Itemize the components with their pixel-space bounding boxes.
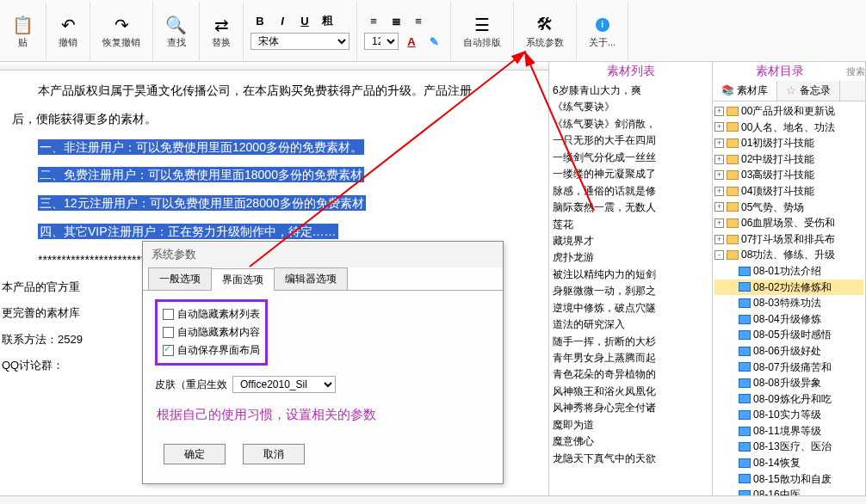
snippet-item[interactable]: 藏境界才 [553, 233, 708, 249]
snippet-item[interactable]: 随手一挥，折断的大杉 [553, 334, 708, 350]
underline-button[interactable]: U [295, 12, 314, 29]
tab-editor[interactable]: 编辑器选项 [274, 267, 348, 290]
undo-icon: ↶ [61, 14, 76, 36]
tab-memo[interactable]: ☆ 备忘录 [777, 81, 839, 101]
tree-item[interactable]: +00人名、地名、功法 [714, 120, 863, 136]
tree-item[interactable]: 08-04升级修炼 [714, 311, 863, 328]
snippet-item[interactable]: 6岁膝青山大力，爽 [553, 83, 708, 99]
about-button[interactable]: i 关于... [582, 12, 622, 51]
ok-button[interactable]: 确定 [164, 444, 226, 464]
undo-button[interactable]: ↶ 撤销 [52, 12, 84, 51]
tree-item[interactable]: 08-08升级异象 [714, 375, 863, 391]
find-button[interactable]: 🔍 查找 [158, 12, 194, 51]
replace-button[interactable]: ⇄ 替换 [205, 12, 238, 51]
expand-icon[interactable]: + [714, 170, 724, 180]
tree-item[interactable]: +04顶级打斗技能 [714, 183, 863, 200]
tree-item[interactable]: 08-01功法介绍 [714, 263, 863, 280]
snippet-item[interactable]: 青色花朵的奇异植物的 [553, 366, 708, 383]
tab-library[interactable]: 📚 素材库 [713, 81, 777, 101]
align-left-icon[interactable]: ≡ [364, 12, 383, 29]
chk-hide-content[interactable] [163, 327, 174, 338]
size-select[interactable]: 12 [364, 33, 399, 50]
tree-item[interactable]: 08-13医疗、医治 [714, 439, 863, 455]
tree-search[interactable]: 搜索 [846, 65, 865, 78]
expand-icon[interactable]: + [714, 187, 724, 196]
expand-icon[interactable]: + [714, 218, 724, 228]
folder-icon [727, 155, 739, 164]
tree-label: 08-09炼化丹和吃 [753, 391, 832, 408]
highlight-button[interactable]: ✎ [424, 33, 443, 50]
snippet-item[interactable]: 逆境中修炼，破点穴隧 [553, 300, 708, 317]
snippet-item[interactable]: 风神狼王和浴火凤凰化 [553, 384, 708, 400]
expand-icon[interactable]: + [714, 155, 724, 164]
tab-ui[interactable]: 界面选项 [211, 268, 275, 291]
tree-item[interactable]: 08-14恢复 [714, 455, 863, 471]
tree-item[interactable]: 08-15散功和自废 [714, 471, 863, 488]
chk-hide-list[interactable] [163, 309, 174, 320]
expand-icon[interactable]: + [714, 202, 724, 212]
snippet-item[interactable]: 风神秀将身心完全付诸 [553, 400, 708, 416]
tree-item[interactable]: 08-10实力等级 [714, 407, 863, 423]
tree-item[interactable]: +07打斗场景和排兵布 [714, 231, 863, 248]
tree-item[interactable]: +05气势、势场 [714, 200, 863, 216]
folder-icon [727, 170, 739, 180]
snippet-item[interactable]: 莲花 [553, 217, 708, 233]
snippet-item[interactable]: 《练气要诀》剑消散， [553, 116, 708, 132]
snippet-item[interactable]: 虎扑龙游 [553, 249, 708, 266]
expand-icon[interactable]: + [714, 122, 724, 132]
font-select[interactable]: 宋体 [251, 33, 349, 50]
snippet-item[interactable]: 脑际轰然一震，无数人 [553, 200, 708, 216]
tree-item[interactable]: 08-09炼化丹和吃 [714, 391, 863, 408]
expand-icon[interactable]: + [714, 138, 724, 148]
tree-item[interactable]: 08-07升级痛苦和 [714, 360, 863, 376]
sys-params-button[interactable]: 🛠 系统参数 [519, 12, 571, 51]
tree-item[interactable]: +03高级打斗技能 [714, 167, 863, 183]
snippet-item[interactable]: 魔意佛心 [553, 433, 708, 450]
tree[interactable]: +00产品升级和更新说+00人名、地名、功法+01初级打斗技能+02中级打斗技能… [713, 101, 865, 495]
paragraph: 联系方法：2529 [2, 333, 83, 346]
tree-item[interactable]: 08-11境界等级 [714, 423, 863, 439]
font-color-button[interactable]: A [402, 33, 421, 50]
snippet-item[interactable]: 一只无形的大手在四周 [553, 132, 708, 149]
strike-button[interactable]: 粗 [318, 12, 337, 29]
snippet-item[interactable]: 一缕缕的神元凝聚成了 [553, 166, 708, 182]
tree-item[interactable]: 08-05升级时感悟 [714, 327, 863, 343]
snippet-list[interactable]: 6岁膝青山大力，爽《练气要诀》《练气要诀》剑消散，一只无形的大手在四周一缕剑气分… [549, 81, 712, 495]
snippet-item[interactable]: 身躯微微一动，刹那之 [553, 283, 708, 299]
tree-item[interactable]: 08-02功法修炼和 [714, 280, 863, 296]
chk-save-layout[interactable] [163, 345, 174, 356]
italic-button[interactable]: I [273, 12, 292, 29]
tree-item[interactable]: -08功法、修练、升级 [714, 247, 863, 263]
expand-icon[interactable]: + [714, 107, 724, 116]
snippet-item[interactable]: 魔即为道 [553, 417, 708, 433]
snippet-item[interactable]: 脉感，通俗的话就是修 [553, 183, 708, 200]
tab-general[interactable]: 一般选项 [148, 267, 212, 290]
paste-button[interactable]: 📋 贴 [5, 12, 40, 51]
tree-item[interactable]: +00产品升级和更新说 [714, 103, 863, 120]
snippet-item[interactable]: 道法的研究深入 [553, 317, 708, 333]
tree-item[interactable]: +06血腥场景、受伤和 [714, 215, 863, 231]
bold-button[interactable]: B [251, 12, 269, 29]
snippet-item[interactable]: 被注以精纯内力的短剑 [553, 267, 708, 283]
align-right-icon[interactable]: ≡ [409, 12, 428, 29]
statusbar [0, 495, 866, 504]
tree-item[interactable]: +02中级打斗技能 [714, 151, 863, 168]
tree-item[interactable]: 08-03特殊功法 [714, 295, 863, 311]
tree-item[interactable]: 08-06升级好处 [714, 343, 863, 360]
tree-item[interactable]: 08-16中医 [714, 487, 863, 495]
snippet-item[interactable]: 一缕剑气分化成一丝丝 [553, 150, 708, 166]
tree-item[interactable]: +01初级打斗技能 [714, 135, 863, 151]
expand-icon[interactable]: + [714, 235, 724, 244]
folder-icon [727, 202, 739, 212]
auto-layout-button[interactable]: ☰ 自动排版 [456, 12, 508, 51]
highlighted-line: 一、非注册用户：可以免费使用里面12000多份的免费素材。 [38, 139, 364, 155]
expand-icon[interactable]: - [714, 250, 724, 260]
align-center-icon[interactable]: ≣ [387, 12, 405, 29]
snippet-item[interactable]: 《练气要诀》 [553, 99, 708, 115]
snippet-item[interactable]: 龙隐天下真气中的天欲 [553, 451, 708, 467]
cancel-button[interactable]: 取消 [243, 444, 305, 464]
skin-select[interactable]: Office2010_Sil [232, 376, 336, 393]
redo-button[interactable]: ↷ 恢复撤销 [96, 12, 147, 51]
paragraph: 后，便能获得更多的素材。 [12, 112, 157, 126]
snippet-item[interactable]: 青年男女身上蒸腾而起 [553, 350, 708, 366]
